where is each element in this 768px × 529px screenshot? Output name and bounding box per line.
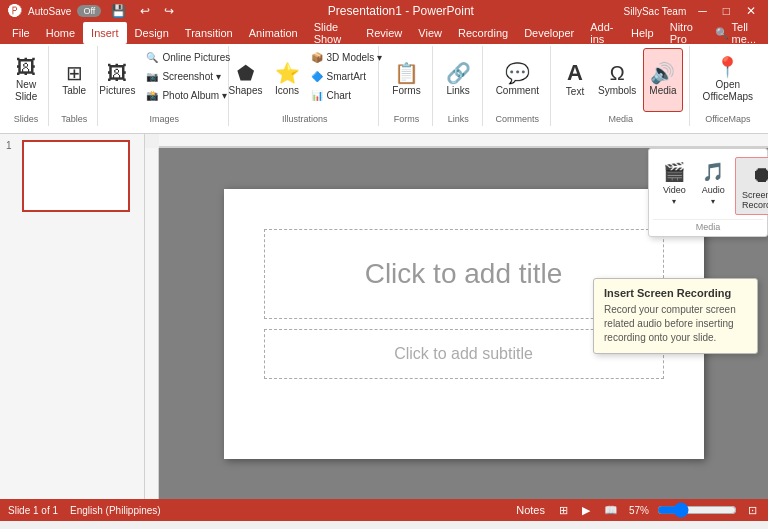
menu-bar: File Home Insert Design Transition Anima…	[0, 22, 768, 44]
app-body: 1 // ruler ticks drawn via JS below Clic…	[0, 134, 768, 499]
links-group-label: Links	[448, 112, 469, 124]
menu-view[interactable]: View	[410, 22, 450, 44]
media-group-label: Media	[609, 112, 634, 124]
ribbon-group-forms: 📋 Forms Forms	[381, 46, 432, 126]
links-buttons: 🔗 Links	[441, 48, 476, 112]
open-officemaps-button[interactable]: 📍 OpenOfficeMaps	[698, 48, 758, 112]
new-slide-button[interactable]: 🖼 NewSlide	[10, 48, 42, 112]
ribbon-group-illustrations: ⬟ Shapes ⭐ Icons 📦 3D Models ▾ 🔷 SmartAr…	[231, 46, 379, 126]
symbols-icon: Ω	[610, 63, 625, 83]
smartart-button[interactable]: 🔷 SmartArt	[307, 67, 387, 85]
minimize-button[interactable]: ─	[694, 4, 711, 18]
screenshot-icon: 📷	[146, 71, 158, 82]
media-icon: 🔊	[650, 63, 675, 83]
autosave-toggle[interactable]: Off	[77, 5, 101, 17]
slide-panel: 1	[0, 134, 145, 499]
ribbon-group-slides: 🖼 NewSlide Slides	[4, 46, 49, 126]
menu-transition[interactable]: Transition	[177, 22, 241, 44]
redo-button[interactable]: ↪	[160, 4, 178, 18]
menu-review[interactable]: Review	[358, 22, 410, 44]
slideshow-view-button[interactable]: ▶	[579, 504, 593, 517]
shapes-button[interactable]: ⬟ Shapes	[224, 48, 268, 112]
language-info: English (Philippines)	[70, 505, 161, 516]
chart-button[interactable]: 📊 Chart	[307, 86, 387, 104]
search-icon: 🔍	[715, 27, 729, 40]
ruler-horizontal: // ruler ticks drawn via JS below	[159, 134, 768, 148]
comment-button[interactable]: 💬 Comment	[491, 48, 544, 112]
menu-slideshow[interactable]: Slide Show	[306, 22, 359, 44]
officemaps-icon: 📍	[715, 57, 740, 77]
team-name: SillySac Team	[624, 6, 687, 17]
normal-view-button[interactable]: ⊞	[556, 504, 571, 517]
screen-recording-label: ScreenRecording	[742, 190, 768, 210]
canvas-area[interactable]: Click to add title Click to add subtitle…	[159, 148, 768, 499]
fit-slide-button[interactable]: ⊡	[745, 504, 760, 517]
notes-button[interactable]: Notes	[513, 504, 548, 516]
menu-nitro[interactable]: Nitro Pro	[662, 22, 707, 44]
slide-thumb-container: 1	[6, 140, 138, 212]
forms-button[interactable]: 📋 Forms	[387, 48, 425, 112]
text-button[interactable]: A Text	[559, 48, 591, 112]
links-button[interactable]: 🔗 Links	[441, 48, 476, 112]
forms-buttons: 📋 Forms	[387, 48, 425, 112]
3d-models-button[interactable]: 📦 3D Models ▾	[307, 48, 387, 66]
canvas-container: // ruler ticks drawn via JS below Click …	[145, 134, 768, 499]
chart-icon: 📊	[311, 90, 323, 101]
3d-models-icon: 📦	[311, 52, 323, 63]
close-button[interactable]: ✕	[742, 4, 760, 18]
audio-dropdown-arrow: ▾	[711, 197, 715, 206]
media-button[interactable]: 🔊 Media	[643, 48, 682, 112]
images-group-label: Images	[150, 112, 180, 124]
new-slide-label: NewSlide	[15, 79, 37, 103]
table-label: Table	[62, 85, 86, 97]
audio-button[interactable]: 🎵 Audio ▾	[696, 157, 731, 215]
menu-addins[interactable]: Add-ins	[582, 22, 623, 44]
video-button[interactable]: 🎬 Video ▾	[657, 157, 692, 215]
pictures-label: Pictures	[99, 85, 135, 97]
pictures-icon: 🖼	[107, 63, 127, 83]
menu-file[interactable]: File	[4, 22, 38, 44]
shapes-label: Shapes	[229, 85, 263, 97]
screen-recording-button[interactable]: ⏺ ScreenRecording	[735, 157, 768, 215]
ribbon-group-officemaps: 📍 OpenOfficeMaps OfficeMaps	[692, 46, 764, 126]
ruler-vertical	[145, 148, 159, 499]
slides-group-label: Slides	[14, 112, 39, 124]
media-buttons: A Text Ω Symbols 🔊 Media	[559, 48, 683, 112]
menu-animation[interactable]: Animation	[241, 22, 306, 44]
menu-recording[interactable]: Recording	[450, 22, 516, 44]
slide-thumbnail[interactable]	[22, 140, 130, 212]
officemaps-buttons: 📍 OpenOfficeMaps	[698, 48, 758, 112]
online-pictures-icon: 🔍	[146, 52, 158, 63]
media-dropdown: 🎬 Video ▾ 🎵 Audio ▾ ⏺ ScreenRecording	[648, 148, 768, 237]
chart-label: Chart	[327, 90, 351, 101]
table-button[interactable]: ⊞ Table	[57, 48, 91, 112]
ribbon: 🖼 NewSlide Slides ⊞ Table Tables 🖼 Pictu…	[0, 44, 768, 134]
menu-developer[interactable]: Developer	[516, 22, 582, 44]
audio-icon: 🎵	[702, 161, 724, 183]
undo-button[interactable]: ↩	[136, 4, 154, 18]
save-button[interactable]: 💾	[107, 4, 130, 18]
ribbon-group-media: A Text Ω Symbols 🔊 Media Media	[553, 46, 690, 126]
online-pictures-label: Online Pictures	[162, 52, 230, 63]
icons-button[interactable]: ⭐ Icons	[270, 48, 305, 112]
menu-insert[interactable]: Insert	[83, 22, 127, 44]
screenshot-button[interactable]: 📷 Screenshot ▾	[142, 67, 234, 85]
ribbon-group-images: 🖼 Pictures 🔍 Online Pictures 📷 Screensho…	[100, 46, 229, 126]
comments-group-label: Comments	[496, 112, 540, 124]
photo-album-button[interactable]: 📸 Photo Album ▾	[142, 86, 234, 104]
menu-design[interactable]: Design	[127, 22, 177, 44]
slides-buttons: 🖼 NewSlide	[10, 48, 42, 112]
menu-help[interactable]: Help	[623, 22, 662, 44]
pictures-button[interactable]: 🖼 Pictures	[94, 48, 140, 112]
online-pictures-button[interactable]: 🔍 Online Pictures	[142, 48, 234, 66]
title-bar-right: SillySac Team ─ □ ✕	[624, 4, 760, 18]
comment-label: Comment	[496, 85, 539, 97]
zoom-slider[interactable]	[657, 502, 737, 518]
reading-view-button[interactable]: 📖	[601, 504, 621, 517]
symbols-button[interactable]: Ω Symbols	[593, 48, 641, 112]
menu-home[interactable]: Home	[38, 22, 83, 44]
menu-tellme[interactable]: 🔍 Tell me...	[707, 22, 764, 44]
maximize-button[interactable]: □	[719, 4, 734, 18]
text-label: Text	[566, 86, 584, 98]
media-group-footer: Media	[653, 219, 763, 232]
